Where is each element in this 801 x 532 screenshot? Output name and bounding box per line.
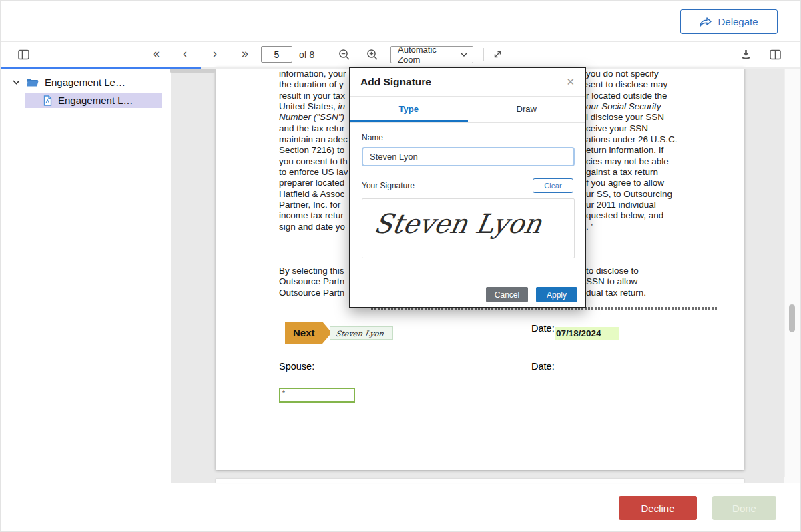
zoom-in-button[interactable] <box>366 49 378 61</box>
tab-type[interactable]: Type <box>350 97 468 122</box>
doc-line: to disclose to <box>586 266 646 276</box>
cancel-button[interactable]: Cancel <box>486 287 528 302</box>
tab-draw[interactable]: Draw <box>468 97 586 122</box>
strip-sidebar <box>1 477 171 483</box>
decline-button[interactable]: Decline <box>619 496 697 520</box>
doc-line: Hatfield & Assoc <box>279 189 348 200</box>
last-page-button[interactable]: » <box>242 47 248 59</box>
doc-line: our Social Security <box>586 101 678 112</box>
doc-line: preparer located <box>279 178 348 188</box>
doc-line: ceive your SSN <box>586 123 678 134</box>
pdf-toolbar: « ‹ › » of 8 Automatic Zoom <box>1 42 800 67</box>
first-page-button[interactable]: « <box>153 47 160 59</box>
document-text-right-column: you do not specifysent to disclose mayr … <box>586 69 678 232</box>
doc-line: quested below, and <box>586 210 678 221</box>
delegate-share-icon <box>700 17 712 27</box>
clear-button[interactable]: Clear <box>533 178 573 193</box>
your-signature-label: Your Signature <box>362 181 415 190</box>
signature-preview-box: Steven Lyon <box>362 198 575 258</box>
doc-line: cies may not be able <box>586 156 678 167</box>
tree-file-row-selected[interactable]: Engagement L… <box>25 93 162 108</box>
doc-line: Outsource Partn <box>279 288 344 298</box>
presentation-mode-icon[interactable] <box>493 49 503 59</box>
doc-line: United States, in <box>279 101 348 112</box>
doc-line: information, your <box>279 69 348 79</box>
doc-line: and the tax retur <box>279 123 348 134</box>
strip-scroll-track <box>784 477 800 483</box>
spouse-signature-field[interactable]: * <box>279 388 355 403</box>
split-view-icon[interactable] <box>770 49 781 60</box>
doc-line: ur SS, to Outsourcing <box>586 189 678 200</box>
toolbar-separator <box>483 48 484 61</box>
next-page-button[interactable]: › <box>213 47 217 59</box>
chevron-down-icon <box>461 53 467 57</box>
taxpayer-signature-field[interactable]: Steven Lyon <box>330 326 393 340</box>
next-page-top-edge <box>216 479 744 483</box>
doc-line: f you agree to allow <box>586 178 678 188</box>
next-field-tag[interactable]: Next <box>285 322 332 344</box>
modal-tabs: Type Draw <box>350 97 585 123</box>
doc-line: you consent to th <box>279 156 348 167</box>
doc-line: Section 7216) to <box>279 145 348 156</box>
vertical-scrollbar-thumb[interactable] <box>789 304 795 332</box>
modal-header: Add Signature ✕ <box>350 68 585 97</box>
doc-line: eturn information. If <box>586 145 678 156</box>
done-button[interactable]: Done <box>712 496 776 520</box>
main-area: Engagement Le… Engagement L… information… <box>1 67 800 477</box>
top-header: Delegate <box>1 1 800 42</box>
app-footer: Decline Done <box>1 483 800 532</box>
name-label: Name <box>362 133 573 142</box>
date-label: Date: <box>531 323 555 334</box>
spouse-field-asterisk: * <box>280 389 354 397</box>
toolbar-separator <box>328 48 328 61</box>
doc-line: l disclose your SSN <box>586 112 678 123</box>
doc-line: ations under 26 U.S.C. <box>586 134 678 145</box>
zoom-level-value: Automatic Zoom <box>398 45 461 65</box>
sidebar-toggle-icon[interactable] <box>18 49 29 60</box>
zoom-level-select[interactable]: Automatic Zoom <box>390 46 473 63</box>
spouse-date-label: Date: <box>531 361 555 372</box>
page-gap-strip <box>1 477 800 483</box>
chevron-down-icon <box>13 80 20 85</box>
zoom-out-button[interactable] <box>338 49 350 61</box>
document-tree-sidebar: Engagement Le… Engagement L… <box>1 67 171 477</box>
close-icon[interactable]: ✕ <box>566 76 575 88</box>
doc-line: income tax retur <box>279 210 348 221</box>
page-number-input[interactable] <box>261 46 292 63</box>
document-text-below-left: By selecting thisOutsource PartnOutsourc… <box>279 266 344 298</box>
doc-line: maintain an adec <box>279 134 348 145</box>
doc-line: SSN to allow <box>586 276 646 287</box>
modal-body: Name Your Signature Clear Steven Lyon <box>350 133 585 258</box>
doc-line: Partner, Inc. for <box>279 200 348 210</box>
add-signature-modal: Add Signature ✕ Type Draw Name Your Sign… <box>349 67 586 308</box>
doc-line: dual tax return. <box>586 288 646 298</box>
doc-line: ur 2011 individual <box>586 200 678 210</box>
tree-folder-label: Engagement Le… <box>45 77 125 88</box>
taxpayer-signature-value: Steven Lyon <box>335 329 384 338</box>
doc-line: sign and date yo <box>279 222 348 232</box>
horizontal-scrollbar-thumb[interactable] <box>170 69 216 73</box>
tree-file-label: Engagement L… <box>58 95 134 106</box>
doc-line: . ' <box>586 222 678 232</box>
name-input[interactable] <box>362 147 575 166</box>
document-text-left-column: information, yourthe duration of yresult… <box>279 69 348 232</box>
modal-title: Add Signature <box>360 76 431 88</box>
doc-line: By selecting this <box>279 266 344 276</box>
date-field[interactable]: 07/18/2024 <box>555 327 619 340</box>
doc-line: to enforce US lav <box>279 167 348 178</box>
doc-line: result in your tax <box>279 91 348 101</box>
spouse-label: Spouse: <box>279 361 314 372</box>
pdf-viewer: information, yourthe duration of yresult… <box>171 67 800 477</box>
delegate-label: Delegate <box>718 16 758 27</box>
delegate-button[interactable]: Delegate <box>680 9 778 34</box>
doc-line: the duration of y <box>279 79 348 90</box>
doc-line: sent to disclose may <box>586 79 678 90</box>
apply-button[interactable]: Apply <box>536 287 577 302</box>
download-icon[interactable] <box>740 49 752 60</box>
previous-page-button[interactable]: ‹ <box>183 47 187 59</box>
doc-line: r located outside the <box>586 91 678 101</box>
folder-open-icon <box>26 77 39 87</box>
signature-preview: Steven Lyon <box>372 208 544 239</box>
vertical-scrollbar-track <box>784 67 800 477</box>
tree-folder-row[interactable]: Engagement Le… <box>13 77 125 88</box>
